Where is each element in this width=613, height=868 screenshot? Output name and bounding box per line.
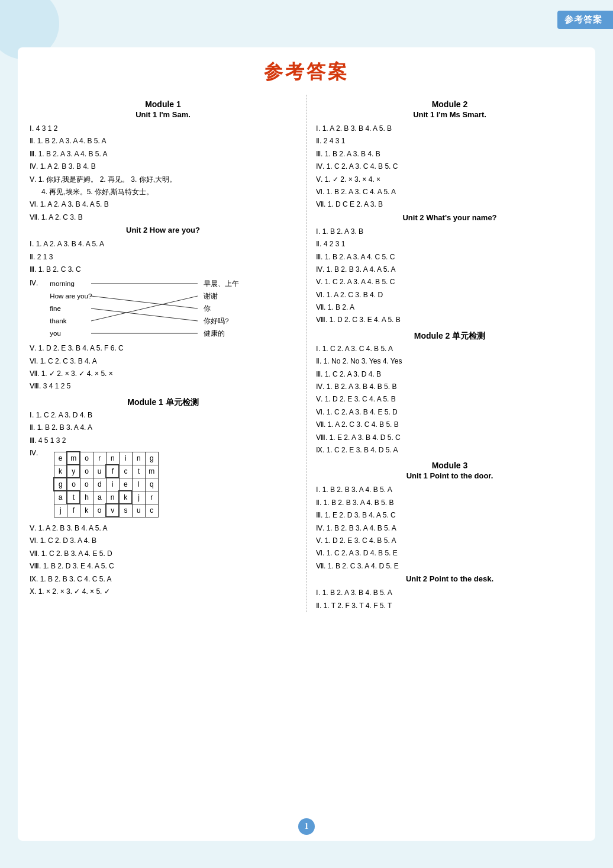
match-right: 早晨、上午 谢谢 你 你好吗? 健康的 — [204, 278, 239, 340]
grid-cell: g — [145, 452, 158, 465]
answer-line: 4. 再见,埃米。5. 你好,斯马特女士。 — [41, 186, 296, 198]
answer-line: Ⅰ. 1. B 2. B 3. A 4. B 5. A — [316, 484, 583, 496]
page-title: 参考答案 — [18, 59, 595, 85]
answer-line: Ⅲ. 1. E 2. D 3. B 4. A 5. C — [316, 509, 583, 521]
module2-unit2-section: Unit 2 What's your name? Ⅰ. 1. B 2. A 3.… — [316, 213, 583, 326]
answer-line: Ⅵ. 1. C 2. C 3. B 4. A — [30, 355, 296, 367]
module2-unit1-title: Unit 1 I'm Ms Smart. — [316, 110, 583, 119]
answer-line: Ⅶ. 1. ✓ 2. × 3. ✓ 4. × 5. × — [30, 368, 296, 380]
grid-cell: k — [54, 465, 67, 478]
grid-label: Ⅳ. — [30, 449, 38, 457]
grid-cell: d — [93, 478, 106, 491]
answer-line: Ⅳ. 1. B 2. B 3. A 4. B 5. A — [316, 522, 583, 534]
answer-line: Ⅰ. 1. B 2. A 3. B — [316, 226, 583, 237]
answer-line: Ⅱ. 1. T 2. F 3. T 4. F 5. T — [316, 600, 583, 612]
module2-test-title: Module 2 单元检测 — [316, 331, 583, 342]
answer-line: Ⅳ. 1. C 2. A 3. C 4. B 5. C — [316, 160, 583, 172]
reference-badge: 参考答案 — [557, 11, 613, 29]
left-column: Module 1 Unit 1 I'm Sam. Ⅰ. 4 3 1 2 Ⅱ. 1… — [24, 95, 306, 612]
grid-cell: h — [80, 491, 93, 504]
grid-cell: y — [67, 465, 80, 478]
answer-line: Ⅶ. 1. A 2. C 3. C 4. B 5. B — [316, 419, 583, 430]
answer-line: Ⅱ. 4 2 3 1 — [316, 238, 583, 250]
page-number: 1 — [298, 818, 315, 835]
word-grid: e m o r n i n g k y o u f — [53, 451, 159, 517]
answer-line: Ⅲ. 1. B 2. A 3. B 4. B — [316, 148, 583, 160]
grid-cell: e — [119, 478, 132, 491]
answer-line: Ⅴ. 1. A 2. B 3. B 4. A 5. A — [30, 522, 296, 534]
grid-cell: u — [132, 504, 145, 517]
answer-line: Ⅱ. 1. No 2. No 3. Yes 4. Yes — [316, 355, 583, 367]
grid-cell: l — [132, 478, 145, 491]
grid-cell: i — [106, 478, 119, 491]
answer-line: Ⅳ. 1. B 2. B 3. A 4. A 5. A — [316, 263, 583, 275]
answer-line: Ⅰ. 1. C 2. A 3. C 4. B 5. A — [316, 343, 583, 355]
svg-line-3 — [91, 296, 198, 321]
module1-test-title: Module 1 单元检测 — [30, 397, 296, 408]
answer-line: Ⅰ. 1. A 2. A 3. B 4. A 5. A — [30, 238, 296, 250]
match-left: morning How are you? fine thank you — [50, 278, 92, 340]
main-content-card: 参考答案 Module 1 Unit 1 I'm Sam. Ⅰ. 4 3 1 2… — [18, 47, 595, 841]
answer-line: Ⅲ. 1. B 2. C 3. C — [30, 263, 296, 275]
grid-cell: u — [93, 465, 106, 478]
answer-line: Ⅳ. 1. A 2. B 3. B 4. B — [30, 160, 296, 172]
module1-test-answers2: Ⅴ. 1. A 2. B 3. B 4. A 5. A Ⅵ. 1. C 2. D… — [30, 522, 296, 597]
answer-line: Ⅵ. 1. C 2. A 3. D 4. B 5. E — [316, 547, 583, 559]
svg-line-1 — [91, 296, 198, 308]
grid-cell: s — [119, 504, 132, 517]
answer-line: Ⅰ. 1. B 2. A 3. B 4. B 5. A — [316, 587, 583, 599]
answer-line: Ⅱ. 1. B 2. B 3. A 4. A — [30, 422, 296, 433]
unit1-title: Unit 1 I'm Sam. — [30, 110, 296, 119]
answer-line: Ⅵ. 1. A 2. A 3. B 4. A 5. B — [30, 198, 296, 210]
grid-cell: r — [93, 452, 106, 465]
answer-line: Ⅱ. 2 1 3 — [30, 251, 296, 263]
grid-cell: m — [145, 465, 158, 478]
grid-cell: j — [132, 491, 145, 504]
grid-cell: f — [106, 465, 119, 478]
answer-line: Ⅷ. 1. D 2. C 3. E 4. A 5. B — [316, 314, 583, 326]
module2-test-section: Module 2 单元检测 Ⅰ. 1. C 2. A 3. C 4. B 5. … — [316, 331, 583, 456]
answer-line: Ⅶ. 1. D C E 2. A 3. B — [316, 198, 583, 210]
module3-title: Module 3 — [316, 461, 583, 470]
answer-line: Ⅴ. 1. D 2. E 3. C 4. A 5. B — [316, 393, 583, 405]
answer-line: Ⅶ. 1. B 2. C 3. A 4. D 5. E — [316, 560, 583, 572]
grid-cell: e — [54, 452, 67, 465]
module1-title: Module 1 — [30, 99, 296, 109]
answer-line: Ⅷ. 3 4 1 2 5 — [30, 380, 296, 392]
answer-line: Ⅷ. 1. E 2. A 3. B 4. D 5. C — [316, 432, 583, 443]
grid-cell: o — [67, 478, 80, 491]
match-lines-svg — [91, 278, 198, 340]
grid-cell: o — [80, 478, 93, 491]
answer-line: Ⅴ. 1. D 2. E 3. C 4. B 5. A — [316, 535, 583, 546]
answer-line: Ⅰ. 4 3 1 2 — [30, 123, 296, 134]
answer-line: Ⅵ. 1. B 2. A 3. C 4. A 5. A — [316, 186, 583, 198]
answer-line: Ⅴ. 1. 你好,我是萨姆。 2. 再见。 3. 你好,大明。 — [30, 173, 296, 185]
module2-unit1-answers: Ⅰ. 1. A 2. B 3. B 4. A 5. B Ⅱ. 2 4 3 1 Ⅲ… — [316, 123, 583, 211]
answer-line: Ⅶ. 1. B 2. A — [316, 301, 583, 313]
grid-cell: o — [80, 452, 93, 465]
unit1-answers: Ⅰ. 4 3 1 2 Ⅱ. 1. B 2. A 3. A 4. B 5. A Ⅲ… — [30, 123, 296, 223]
grid-cell: c — [119, 465, 132, 478]
grid-cell: f — [67, 504, 80, 517]
grid-cell: j — [54, 504, 67, 517]
grid-cell: t — [132, 465, 145, 478]
answer-line: Ⅹ. 1. × 2. × 3. ✓ 4. × 5. ✓ — [30, 586, 296, 597]
match-diagram: morning How are you? fine thank you 早晨、上… — [50, 278, 239, 340]
match-label: Ⅳ. — [30, 279, 38, 287]
answer-line: Ⅲ. 1. B 2. A 3. A 4. B 5. A — [30, 148, 296, 160]
answer-line: Ⅱ. 2 4 3 1 — [316, 135, 583, 147]
svg-line-2 — [91, 308, 198, 321]
grid-cell: o — [93, 504, 106, 517]
module1-test-section: Module 1 单元检测 Ⅰ. 1. C 2. A 3. D 4. B Ⅱ. … — [30, 397, 296, 446]
answer-line: Ⅴ. 1. C 2. A 3. A 4. B 5. C — [316, 276, 583, 288]
grid-cell: n — [106, 491, 119, 504]
answer-line: Ⅲ. 4 5 1 3 2 — [30, 435, 296, 446]
match-container: Ⅳ. morning How are you? fine thank you 早 — [30, 278, 296, 340]
module3-section: Module 3 Unit 1 Point to the door. Ⅰ. 1.… — [316, 461, 583, 572]
grid-cell: m — [67, 452, 80, 465]
module2-title: Module 2 — [316, 99, 583, 109]
answer-line: Ⅶ. 1. A 2. C 3. B — [30, 211, 296, 223]
grid-cell: o — [80, 465, 93, 478]
unit2-answers2: Ⅴ. 1. D 2. E 3. B 4. A 5. F 6. C Ⅵ. 1. C… — [30, 342, 296, 393]
matching-section: Ⅳ. morning How are you? fine thank you 早 — [30, 278, 296, 340]
